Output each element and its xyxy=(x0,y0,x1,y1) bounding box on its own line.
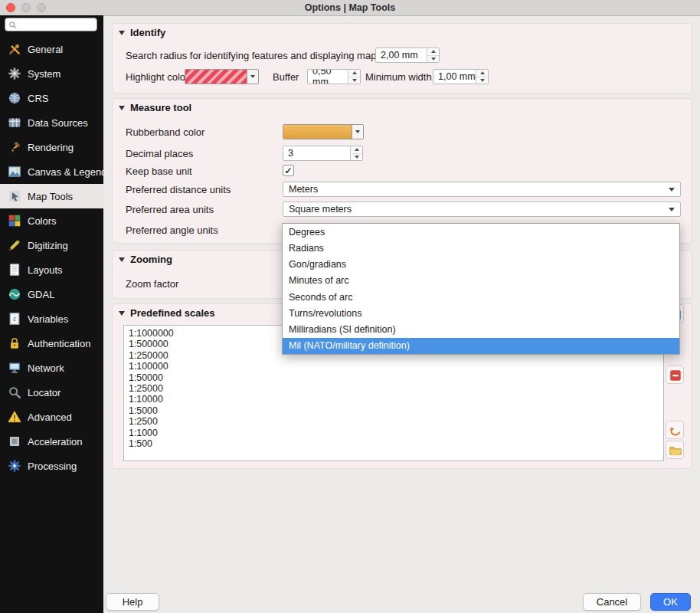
collapse-triangle-icon xyxy=(119,106,125,110)
rendering-icon xyxy=(8,140,21,154)
scale-item[interactable]: 1:25000 xyxy=(124,383,663,394)
sidebar-item-general[interactable]: General xyxy=(0,37,103,61)
measure-tool-header[interactable]: Measure tool xyxy=(119,102,191,113)
sidebar-item-label: Variables xyxy=(28,313,68,325)
gdal-icon xyxy=(8,287,21,301)
folder-icon xyxy=(669,444,682,457)
highlight-color-button[interactable] xyxy=(185,69,259,84)
sidebar-item-data-sources[interactable]: Data Sources xyxy=(0,110,103,135)
restore-default-scales-button[interactable] xyxy=(666,421,684,439)
svg-text:ε: ε xyxy=(13,315,16,323)
sidebar-item-label: Colors xyxy=(28,215,57,227)
distance-units-combobox[interactable]: Meters xyxy=(283,182,681,197)
window-title: Options | Map Tools xyxy=(305,2,396,13)
sidebar-search-input[interactable] xyxy=(5,18,97,31)
cancel-button[interactable]: Cancel xyxy=(583,593,641,611)
dropdown-option-degrees[interactable]: Degrees xyxy=(283,224,679,240)
highlight-color-swatch xyxy=(185,70,247,84)
rubberband-color-button[interactable] xyxy=(283,124,364,139)
zoom-factor-label: Zoom factor xyxy=(126,278,178,290)
scale-item[interactable]: 1:100000 xyxy=(124,361,663,372)
spinner-arrows-icon[interactable] xyxy=(350,146,362,160)
buffer-spinbox[interactable]: 0,50 mm xyxy=(307,69,361,84)
sidebar-item-system[interactable]: System xyxy=(0,61,103,86)
dropdown-option-minutes-of-arc[interactable]: Minutes of arc xyxy=(283,273,679,289)
sidebar-item-locator[interactable]: Locator xyxy=(0,380,103,405)
scale-item[interactable]: 1:500 xyxy=(124,438,663,449)
spinner-arrows-icon[interactable] xyxy=(348,70,360,84)
chevron-down-icon[interactable] xyxy=(247,70,258,84)
sidebar-item-label: General xyxy=(28,44,63,55)
chevron-down-icon[interactable] xyxy=(352,125,363,139)
import-scales-button[interactable] xyxy=(666,441,684,459)
chevron-down-icon xyxy=(669,208,675,211)
sidebar-item-rendering[interactable]: Rendering xyxy=(0,135,103,159)
sidebar-item-acceleration[interactable]: Acceleration xyxy=(0,429,103,454)
area-units-label: Preferred area units xyxy=(126,204,214,215)
spinner-arrows-icon[interactable] xyxy=(476,70,488,84)
search-icon xyxy=(8,21,17,29)
search-radius-spinbox[interactable]: 2,00 mm xyxy=(375,48,440,63)
sidebar-item-variables[interactable]: ε Variables xyxy=(0,306,103,331)
identify-header[interactable]: Identify xyxy=(119,27,165,38)
sidebar-item-crs[interactable]: CRS xyxy=(0,86,103,110)
processing-icon xyxy=(8,459,21,473)
authentication-icon xyxy=(8,336,21,350)
rubberband-color-label: Rubberband color xyxy=(126,126,204,138)
sidebar-item-digitizing[interactable]: Digitizing xyxy=(0,233,103,257)
minimize-button xyxy=(21,3,31,12)
highlight-color-label: Highlight color xyxy=(126,71,188,83)
rubberband-color-swatch xyxy=(283,125,352,139)
options-dialog: Options | Map Tools General System xyxy=(0,0,700,613)
sidebar-item-label: Acceleration xyxy=(28,436,83,447)
angle-units-label: Preferred angle units xyxy=(126,225,218,236)
dropdown-option-seconds-of-arc[interactable]: Seconds of arc xyxy=(283,289,679,305)
scale-item[interactable]: 1:10000 xyxy=(124,394,663,405)
minimum-width-spinbox[interactable]: 1,00 mm xyxy=(433,69,489,84)
layouts-icon xyxy=(8,263,21,277)
dropdown-option-turns-revolutions[interactable]: Turns/revolutions xyxy=(283,305,679,321)
remove-icon xyxy=(669,369,682,382)
zooming-header[interactable]: Zooming xyxy=(119,254,172,265)
area-units-combobox[interactable]: Square meters xyxy=(283,202,681,217)
sidebar-item-label: System xyxy=(28,68,61,80)
scale-item[interactable]: 1:50000 xyxy=(124,372,663,383)
dropdown-option-milliradians-si-definition[interactable]: Milliradians (SI definition) xyxy=(283,322,679,338)
remove-scale-button[interactable] xyxy=(666,366,684,384)
dropdown-option-radians[interactable]: Radians xyxy=(283,240,679,256)
dropdown-option-gon-gradians[interactable]: Gon/gradians xyxy=(283,257,679,273)
sidebar-item-map-tools[interactable]: Map Tools xyxy=(0,184,103,208)
sidebar-item-colors[interactable]: Colors xyxy=(0,208,103,233)
distance-units-label: Preferred distance units xyxy=(126,184,231,195)
dropdown-option-mil-nato-military-definition[interactable]: Mil (NATO/military definition) xyxy=(283,338,679,354)
collapse-triangle-icon xyxy=(119,311,125,316)
ok-button[interactable]: OK xyxy=(650,593,691,611)
colors-icon xyxy=(8,214,21,228)
decimal-places-label: Decimal places xyxy=(126,148,193,159)
chevron-down-icon xyxy=(669,188,675,192)
sidebar-item-label: Layouts xyxy=(28,264,63,276)
keep-base-unit-checkbox[interactable] xyxy=(283,165,294,176)
window-controls xyxy=(6,3,46,12)
sidebar-item-processing[interactable]: Processing xyxy=(0,454,103,478)
scale-item[interactable]: 1:1000 xyxy=(124,428,663,438)
sidebar-item-authentication[interactable]: Authentication xyxy=(0,331,103,356)
sidebar-item-gdal[interactable]: GDAL xyxy=(0,282,103,306)
decimal-places-spinbox[interactable]: 3 xyxy=(283,146,363,161)
sidebar-item-network[interactable]: Network xyxy=(0,356,103,380)
advanced-icon xyxy=(8,410,21,424)
sidebar-item-advanced[interactable]: Advanced xyxy=(0,405,103,429)
identify-section: Identify Search radius for identifying f… xyxy=(112,23,692,93)
buffer-label: Buffer xyxy=(273,71,299,83)
scale-item[interactable]: 1:5000 xyxy=(124,405,663,416)
variables-icon: ε xyxy=(8,312,21,326)
spinner-arrows-icon[interactable] xyxy=(427,48,439,62)
angle-units-dropdown: Degrees Radians Gon/gradians Minutes of … xyxy=(282,223,680,355)
sidebar-item-layouts[interactable]: Layouts xyxy=(0,257,103,282)
predefined-scales-header[interactable]: Predefined scales xyxy=(119,307,215,319)
network-icon xyxy=(8,361,21,375)
close-button[interactable] xyxy=(6,3,15,12)
scale-item[interactable]: 1:2500 xyxy=(124,416,663,427)
sidebar-item-canvas-legend[interactable]: Canvas & Legend xyxy=(0,159,103,184)
help-button[interactable]: Help xyxy=(106,593,159,611)
